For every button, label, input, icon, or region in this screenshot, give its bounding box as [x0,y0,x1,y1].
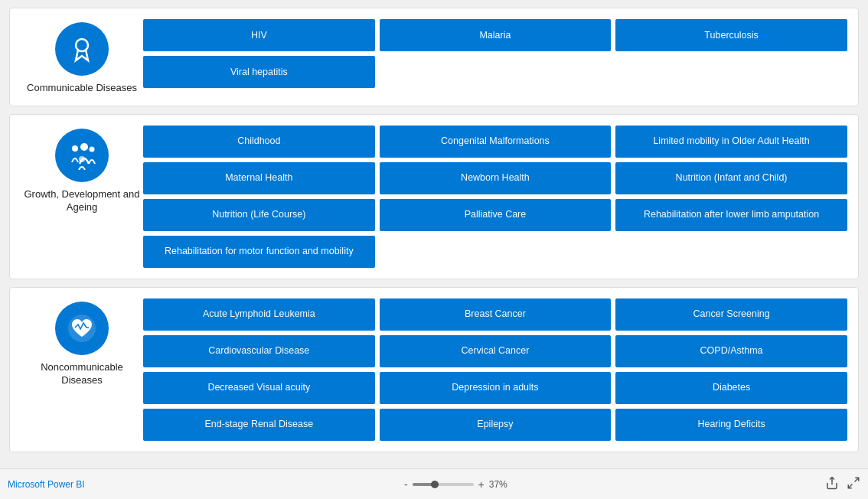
zoom-slider[interactable] [413,483,474,486]
section-buttons-communicable-diseases: HIVMalariaTuberculosisViral hepatitis [143,19,847,88]
topic-btn-noncommunicable-diseases-5[interactable]: COPD/Asthma [615,335,847,367]
section-label-growth-development-ageing: Growth, Development and Ageing [21,188,143,214]
share-icon[interactable] [825,476,839,493]
section-buttons-noncommunicable-diseases: Acute Lymphoid LeukemiaBreast CancerCanc… [143,298,847,441]
topic-btn-growth-development-ageing-7[interactable]: Palliative Care [380,199,612,231]
topic-btn-communicable-diseases-0[interactable]: HIV [143,19,375,51]
svg-point-3 [90,146,95,152]
topic-btn-growth-development-ageing-1[interactable]: Congenital Malformations [380,126,612,158]
zoom-controls: - + 37% [403,478,507,491]
zoom-plus-button[interactable]: + [477,478,486,491]
zoom-percent-label: 37% [489,479,507,490]
topic-btn-communicable-diseases-2[interactable]: Tuberculosis [615,19,847,51]
section-card-communicable-diseases: Communicable DiseasesHIVMalariaTuberculo… [9,8,859,106]
topic-btn-noncommunicable-diseases-10[interactable]: Epilepsy [380,409,612,441]
topic-btn-growth-development-ageing-0[interactable]: Childhood [143,126,375,158]
section-label-noncommunicable-diseases: Noncommunicable Diseases [21,361,143,387]
heart-icon [55,302,109,355]
topic-btn-communicable-diseases-3[interactable]: Viral hepatitis [143,56,375,88]
zoom-minus-button[interactable]: - [403,478,410,491]
section-icon-area-noncommunicable-diseases: Noncommunicable Diseases [21,298,143,387]
topic-btn-growth-development-ageing-3[interactable]: Maternal Health [143,162,375,194]
topic-btn-noncommunicable-diseases-7[interactable]: Depression in adults [380,372,612,404]
section-label-communicable-diseases: Communicable Diseases [27,82,137,95]
topic-btn-growth-development-ageing-6[interactable]: Nutrition (Life Course) [143,199,375,231]
topic-btn-noncommunicable-diseases-1[interactable]: Breast Cancer [380,298,612,331]
svg-point-0 [76,39,88,51]
section-icon-area-communicable-diseases: Communicable Diseases [21,19,143,95]
topic-btn-growth-development-ageing-2[interactable]: Limited mobility in Older Adult Health [615,126,847,158]
main-content: Communicable DiseasesHIVMalariaTuberculo… [0,0,868,468]
bottom-right-icons [825,476,860,493]
topic-btn-noncommunicable-diseases-2[interactable]: Cancer Screening [615,298,847,331]
bottom-bar: Microsoft Power BI - + 37% [0,468,868,499]
topic-btn-growth-development-ageing-4[interactable]: Newborn Health [380,162,612,194]
svg-point-1 [72,145,78,152]
topic-btn-noncommunicable-diseases-11[interactable]: Hearing Deficits [615,409,847,441]
topic-btn-noncommunicable-diseases-6[interactable]: Decreased Visual acuity [143,372,375,404]
family-icon [55,129,109,182]
section-card-growth-development-ageing: Growth, Development and AgeingChildhoodC… [9,114,859,279]
fullscreen-icon[interactable] [847,476,860,493]
section-icon-area-growth-development-ageing: Growth, Development and Ageing [21,126,143,214]
svg-line-7 [855,478,859,481]
zoom-slider-thumb [431,481,439,488]
topic-btn-noncommunicable-diseases-9[interactable]: End-stage Renal Disease [143,409,375,441]
svg-point-2 [80,143,88,151]
section-card-noncommunicable-diseases: Noncommunicable DiseasesAcute Lymphoid L… [9,287,859,452]
section-buttons-growth-development-ageing: ChildhoodCongenital MalformationsLimited… [143,126,847,268]
powerbi-link[interactable]: Microsoft Power BI [8,479,85,490]
topic-btn-growth-development-ageing-8[interactable]: Rehabilitation after lower limb amputati… [615,199,847,231]
ribbon-icon [55,22,109,76]
topic-btn-growth-development-ageing-9[interactable]: Rehabilitation for motor function and mo… [143,236,375,268]
topic-btn-noncommunicable-diseases-3[interactable]: Cardiovascular Disease [143,335,375,367]
topic-btn-growth-development-ageing-5[interactable]: Nutrition (Infant and Child) [615,162,847,194]
topic-btn-noncommunicable-diseases-4[interactable]: Cervical Cancer [380,335,612,367]
svg-line-8 [848,484,852,488]
topic-btn-noncommunicable-diseases-0[interactable]: Acute Lymphoid Leukemia [143,298,375,331]
topic-btn-communicable-diseases-1[interactable]: Malaria [380,19,612,51]
svg-point-4 [79,156,85,162]
topic-btn-noncommunicable-diseases-8[interactable]: Diabetes [615,372,847,404]
